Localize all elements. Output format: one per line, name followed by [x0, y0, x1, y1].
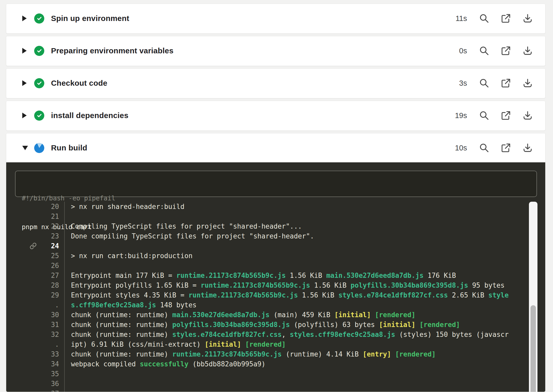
log-line-text: ipt) 6.91 KiB (css/mini-extract) [initia… [65, 340, 286, 348]
log-row: 29Entrypoint styles 4.35 KiB = runtime.2… [6, 290, 545, 300]
line-link-icon[interactable] [6, 242, 37, 250]
search-button[interactable] [478, 110, 490, 121]
log-row: 25> nx run cart:build:production [6, 251, 545, 261]
log-row: 35 [6, 369, 545, 379]
step-title: Checkout code [51, 79, 107, 88]
log-line-text: Entrypoint styles 4.35 KiB = runtime.211… [65, 291, 509, 299]
open-in-new-button[interactable] [500, 77, 512, 89]
log-scrollbar-thumb[interactable] [530, 305, 536, 392]
chevron-right-icon[interactable] [22, 113, 29, 118]
step-actions: 3s [459, 77, 533, 89]
download-button[interactable] [522, 110, 533, 121]
open-in-new-icon [500, 13, 511, 24]
open-in-new-button[interactable] [500, 142, 512, 154]
step-duration: 11s [455, 14, 467, 23]
status-success-icon [34, 111, 44, 121]
log-line-text: chunk (runtime: runtime) main.530e27d6ee… [65, 311, 416, 319]
chevron-down-icon[interactable] [22, 146, 29, 150]
log-row: 26 [6, 261, 545, 271]
command-box: #!/bin/bash -eo pipefail pnpm nx build c… [15, 171, 537, 197]
log-line-text: s.cff98efec9c25aa8.js 148 bytes [65, 301, 197, 309]
status-success-icon [34, 78, 44, 88]
download-button[interactable] [522, 45, 533, 56]
step-header[interactable]: Checkout code3s [6, 69, 545, 98]
open-in-new-button[interactable] [500, 45, 512, 56]
log-line-number[interactable]: 20 [37, 203, 59, 210]
search-icon [479, 13, 490, 24]
log-scrollbar-track[interactable] [529, 202, 537, 392]
gutter-divider [64, 212, 65, 221]
log-line-number[interactable]: 29 [37, 291, 59, 299]
log-line-number[interactable]: 26 [37, 262, 59, 270]
download-icon [522, 142, 533, 153]
step-header[interactable]: install dependencies19s [6, 101, 545, 130]
log-line-text: chunk (runtime: runtime) runtime.21173c8… [65, 350, 436, 358]
open-in-new-icon [500, 78, 511, 89]
search-icon [479, 78, 490, 89]
search-button[interactable] [478, 77, 490, 89]
download-button[interactable] [522, 77, 533, 89]
build-steps-page: { "steps": [ { "label": "Spin up environ… [0, 0, 553, 392]
chevron-right-icon[interactable] [22, 16, 29, 21]
open-in-new-button[interactable] [500, 110, 512, 121]
download-icon [522, 110, 533, 121]
log-line-number[interactable]: 28 [37, 281, 59, 289]
log-line-number[interactable]: 32 [37, 331, 59, 338]
search-button[interactable] [478, 142, 490, 154]
open-in-new-icon [500, 45, 511, 56]
log-line-number[interactable]: 33 [37, 350, 59, 358]
step-card: Checkout code3s [6, 68, 545, 98]
log-line-number[interactable]: 25 [37, 252, 59, 260]
step-actions: 10s [455, 142, 533, 154]
log-line-number[interactable]: 22 [37, 222, 59, 230]
log-line-number[interactable]: 34 [37, 360, 59, 368]
step-duration: 0s [459, 47, 467, 55]
log-line-number[interactable]: 23 [37, 232, 59, 240]
download-icon [522, 13, 533, 24]
step-title: install dependencies [51, 111, 128, 120]
log-row: 36 [6, 379, 545, 389]
status-success-icon [34, 46, 44, 56]
log-row: 33chunk (runtime: runtime) runtime.21173… [6, 349, 545, 359]
gutter-divider [64, 241, 65, 251]
log-output: 20> nx run shared-header:build2122Compil… [6, 202, 545, 392]
download-icon [522, 78, 533, 89]
status-running-icon [34, 143, 44, 153]
gutter-divider [64, 379, 65, 389]
search-button[interactable] [478, 45, 490, 56]
log-line-text: webpack compiled successfully (bb5db882a… [65, 360, 265, 368]
step-header[interactable]: Run build10s [6, 133, 545, 162]
step-actions: 0s [459, 45, 533, 56]
open-in-new-button[interactable] [500, 13, 512, 24]
log-row: 23Done compiling TypeScript files for pr… [6, 231, 545, 241]
step-title: Spin up environment [51, 14, 129, 23]
chevron-right-icon[interactable] [22, 48, 29, 54]
step-duration: 3s [459, 79, 467, 88]
log-row: 30chunk (runtime: runtime) main.530e27d6… [6, 310, 545, 320]
step-header[interactable]: Preparing environment variables0s [6, 36, 545, 65]
log-line-number[interactable]: 31 [37, 321, 59, 329]
log-line-number[interactable]: 30 [37, 311, 59, 319]
step-card: Preparing environment variables0s [6, 36, 545, 66]
log-line-number[interactable]: 21 [37, 213, 59, 220]
log-row: 34webpack compiled successfully (bb5db88… [6, 359, 545, 369]
step-header[interactable]: Spin up environment11s [6, 4, 545, 33]
log-row: 28Entrypoint polyfills 1.65 KiB = runtim… [6, 280, 545, 290]
log-row: 27Entrypoint main 177 KiB = runtime.2117… [6, 271, 545, 280]
download-button[interactable] [522, 142, 533, 154]
log-line-text: chunk (runtime: runtime) styles.e784ce1d… [65, 331, 509, 338]
chevron-right-icon[interactable] [22, 80, 29, 86]
log-line-number[interactable]: 36 [37, 380, 59, 388]
log-row: 20> nx run shared-header:build [6, 202, 545, 212]
search-button[interactable] [478, 13, 490, 24]
open-in-new-icon [500, 110, 511, 121]
log-line-number[interactable]: 27 [37, 272, 59, 279]
search-icon [479, 110, 490, 121]
log-line-number[interactable]: 35 [37, 370, 59, 378]
gutter-divider [64, 369, 65, 379]
log-line-number[interactable]: 24 [37, 242, 59, 250]
download-button[interactable] [522, 13, 533, 24]
log-line-number[interactable]: 37 [37, 390, 59, 392]
step-duration: 19s [455, 111, 467, 120]
log-line-text: > nx run cart:build:production [65, 252, 193, 260]
